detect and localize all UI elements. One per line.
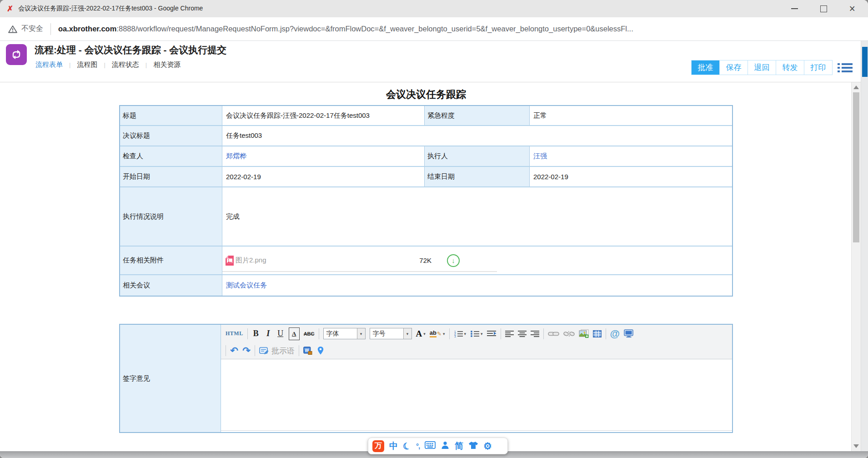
comment-phrase-label: 批示语 bbox=[271, 346, 295, 356]
scrollbar-up-arrow[interactable] bbox=[853, 86, 859, 89]
font-color-button[interactable]: A▾ bbox=[416, 328, 426, 340]
page-scrollbar-thumb[interactable] bbox=[862, 47, 868, 77]
insert-image-icon[interactable] bbox=[579, 328, 589, 340]
indent-icon[interactable] bbox=[487, 328, 497, 340]
attachment-filesize: 72K bbox=[419, 257, 431, 264]
return-button[interactable]: 退回 bbox=[748, 60, 776, 75]
field-value-end-date: 2022-02-19 bbox=[530, 167, 732, 186]
minimize-button[interactable] bbox=[791, 8, 798, 9]
tab-divider: | bbox=[69, 61, 70, 68]
font-family-value: 字体 bbox=[324, 330, 357, 338]
link-icon[interactable] bbox=[548, 328, 559, 340]
table-row: 相关会议 测试会议任务 bbox=[120, 275, 732, 296]
toolbar-divider bbox=[247, 328, 248, 339]
form-content-area: 会议决议任务跟踪 标题 会议决议任务跟踪-汪强-2022-02-17任务test… bbox=[0, 82, 851, 451]
undo-button[interactable]: ↶ bbox=[230, 345, 238, 357]
page-favicon-icon: ✗ bbox=[7, 4, 13, 14]
insert-table-icon[interactable] bbox=[593, 328, 602, 340]
field-value-urgency: 正常 bbox=[530, 106, 732, 125]
punctuation-mode-icon[interactable]: °, bbox=[416, 443, 420, 449]
scrollbar-down-arrow[interactable] bbox=[853, 444, 859, 448]
close-button[interactable]: × bbox=[849, 4, 855, 13]
toolbar-divider bbox=[299, 345, 299, 356]
ordered-list-button[interactable]: 123▾ bbox=[454, 328, 467, 340]
tab-flow-form[interactable]: 流程表单 bbox=[35, 60, 63, 69]
word-import-icon[interactable]: W bbox=[303, 345, 312, 357]
field-value-start-date: 2022-02-19 bbox=[222, 167, 425, 186]
divider bbox=[50, 23, 51, 35]
svg-text:3: 3 bbox=[454, 334, 456, 337]
checker-link[interactable]: 郑熠桦 bbox=[226, 152, 246, 161]
field-label-status: 执行情况说明 bbox=[120, 187, 222, 246]
align-right-button[interactable] bbox=[531, 328, 539, 340]
bullet-list-button[interactable]: ▾ bbox=[470, 328, 483, 340]
soft-keyboard-icon[interactable] bbox=[425, 441, 436, 451]
align-left-button[interactable] bbox=[505, 328, 514, 340]
highlight-color-button[interactable]: ab✎▾ bbox=[430, 328, 445, 340]
approve-button[interactable]: 批准 bbox=[692, 60, 720, 75]
related-meeting-link[interactable]: 测试会议任务 bbox=[226, 281, 267, 290]
moon-icon[interactable]: ☾ bbox=[401, 440, 412, 452]
tab-flow-chart[interactable]: 流程图 bbox=[77, 60, 97, 69]
toolbar-divider bbox=[501, 328, 501, 339]
chevron-down-icon: ▾ bbox=[357, 328, 365, 339]
mention-at-icon[interactable]: @ bbox=[610, 328, 620, 340]
editor-text-area[interactable] bbox=[221, 359, 732, 431]
scrollbar-thumb[interactable] bbox=[853, 92, 859, 242]
field-value-title: 会议决议任务跟踪-汪强-2022-02-17任务test003 bbox=[222, 106, 425, 125]
align-center-button[interactable] bbox=[518, 328, 527, 340]
print-button[interactable]: 打印 bbox=[804, 60, 832, 75]
field-label-title: 标题 bbox=[120, 106, 222, 125]
menu-list-icon[interactable] bbox=[838, 62, 853, 75]
ime-language-mode[interactable]: 中 bbox=[389, 442, 398, 450]
table-row: 决议标题 任务test003 bbox=[120, 126, 732, 146]
field-value-resolution: 任务test003 bbox=[222, 126, 732, 146]
tab-related-resources[interactable]: 相关资源 bbox=[153, 60, 181, 69]
user-account-icon[interactable] bbox=[441, 441, 450, 451]
ime-simplified-mode[interactable]: 简 bbox=[455, 442, 463, 450]
bold-button[interactable]: B bbox=[252, 328, 260, 340]
chevron-down-icon: ▾ bbox=[443, 332, 445, 336]
address-bar[interactable]: 不安全 oa.xbrother.com:8888/workflow/reques… bbox=[0, 17, 868, 41]
image-file-icon bbox=[225, 255, 234, 266]
strikethrough-button[interactable]: ABC bbox=[304, 328, 315, 340]
field-label-attachment: 任务相关附件 bbox=[120, 247, 222, 274]
tab-divider: | bbox=[146, 61, 147, 68]
ime-brand-icon[interactable]: 万 bbox=[372, 440, 384, 452]
download-icon[interactable]: ↓ bbox=[447, 254, 460, 267]
forward-button[interactable]: 转发 bbox=[776, 60, 804, 75]
workflow-logo-icon bbox=[6, 44, 27, 65]
font-size-select[interactable]: 字号 ▾ bbox=[370, 328, 412, 339]
attachment-item: 图片2.png 72K ↓ bbox=[225, 247, 499, 274]
html-source-button[interactable]: HTML bbox=[226, 328, 243, 340]
field-label-urgency: 紧急程度 bbox=[425, 106, 530, 125]
redo-button[interactable]: ↷ bbox=[242, 345, 251, 357]
url-text[interactable]: oa.xbrother.com:8888/workflow/request/Ma… bbox=[58, 25, 633, 33]
content-scrollbar[interactable] bbox=[851, 82, 861, 451]
comment-phrase-button[interactable]: 批示语 bbox=[259, 345, 295, 357]
url-path: :8888/workflow/request/ManageRequestNoFo… bbox=[116, 25, 633, 33]
toolbar-divider bbox=[255, 345, 255, 356]
location-pin-icon[interactable] bbox=[316, 345, 325, 357]
border-text-button[interactable]: A bbox=[289, 327, 300, 340]
browser-window: ✗ 会议决议任务跟踪-汪强-2022-02-17任务test003 - Goog… bbox=[0, 0, 868, 458]
field-label-executor: 执行人 bbox=[425, 146, 530, 166]
underline-button[interactable]: U bbox=[276, 328, 285, 340]
font-family-select[interactable]: 字体 ▾ bbox=[323, 328, 366, 339]
save-button[interactable]: 保存 bbox=[720, 60, 748, 75]
executor-link[interactable]: 汪强 bbox=[533, 152, 547, 161]
gear-icon[interactable]: ⚙ bbox=[483, 441, 492, 451]
security-label[interactable]: 不安全 bbox=[21, 24, 43, 34]
fullscreen-monitor-icon[interactable] bbox=[624, 328, 634, 340]
italic-button[interactable]: I bbox=[264, 328, 272, 340]
attachment-filename[interactable]: 图片2.png bbox=[236, 256, 266, 265]
tab-divider: | bbox=[104, 61, 105, 68]
unlink-icon[interactable] bbox=[563, 328, 575, 340]
tab-flow-status[interactable]: 流程状态 bbox=[112, 60, 139, 69]
toolbar-divider bbox=[449, 328, 450, 339]
maximize-button[interactable] bbox=[820, 5, 827, 12]
skin-tshirt-icon[interactable] bbox=[468, 441, 478, 451]
page-title: 流程:处理 - 会议决议任务跟踪 - 会议执行提交 bbox=[35, 44, 226, 56]
page-scrollbar[interactable] bbox=[861, 41, 868, 451]
field-label-meeting: 相关会议 bbox=[120, 275, 222, 296]
